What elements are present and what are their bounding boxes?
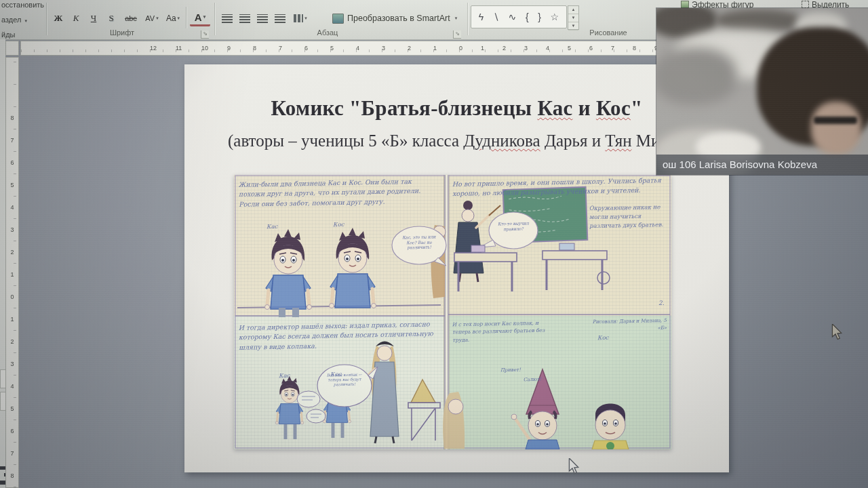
right-brace-shape-icon[interactable]: } bbox=[538, 12, 541, 22]
paragraph-group-label: Абзац bbox=[304, 28, 351, 37]
comic-greeting-1: Привет! bbox=[496, 367, 526, 374]
strikethrough-button[interactable]: abc bbox=[121, 9, 141, 27]
underline-button[interactable]: Ч bbox=[85, 9, 102, 27]
smartart-icon bbox=[332, 14, 344, 24]
shape-effects-label: Эффекты фигур bbox=[692, 0, 753, 8]
align-center-button[interactable] bbox=[237, 9, 252, 27]
webcam-background-blob bbox=[716, 9, 801, 33]
ruler-number: 3 bbox=[382, 45, 385, 52]
comic-greeting-2: Салют! bbox=[519, 377, 546, 384]
shapes-gallery[interactable]: ϟ ∖ ∿ { } ☆ bbox=[471, 5, 567, 28]
font-color-glyph: A bbox=[195, 12, 202, 23]
subtitle-text: (авторы – ученицы 5 «Б» класса bbox=[228, 131, 463, 150]
ruler-number: 2 bbox=[10, 249, 14, 256]
shapes-gallery-scroll[interactable]: ▲▼▼ bbox=[568, 5, 579, 30]
left-brace-shape-icon[interactable]: { bbox=[526, 12, 529, 22]
align-center-icon bbox=[239, 14, 250, 23]
comic-page-number: 2. bbox=[658, 299, 665, 308]
convert-to-smartart-button[interactable]: Преобразовать в SmartArt ▾ bbox=[332, 9, 465, 27]
webcam-name-label: ош 106 Larisa Borisovna Kobzeva bbox=[656, 155, 868, 175]
select-label: Выделить bbox=[812, 0, 849, 8]
font-dialog-launcher[interactable]: ⇘ bbox=[201, 30, 209, 39]
screen-photo: осстановить аздел ▾ йды Ж К Ч S abc AV▾ … bbox=[0, 0, 868, 488]
title-text: Комикс "Братья-близнецы bbox=[271, 96, 538, 120]
line-shape-icon[interactable]: ∖ bbox=[493, 12, 499, 22]
scroll-up-icon[interactable]: ▲ bbox=[568, 6, 578, 14]
comic-caption-top-left: Жили-были два близнеца Кас и Кос. Они бы… bbox=[239, 176, 439, 209]
subtitle-text: Дарья и bbox=[540, 131, 606, 150]
chevron-down-icon: ▾ bbox=[178, 16, 180, 21]
ruler-number: 3 bbox=[524, 45, 528, 52]
comic-label-kas-2: Кас bbox=[279, 371, 290, 380]
remote-mouse-cursor bbox=[568, 458, 580, 474]
slides-group-label: йды bbox=[1, 30, 15, 39]
chevron-down-icon: ▾ bbox=[203, 14, 206, 20]
ruler-number: 4 bbox=[546, 45, 549, 52]
comic-image[interactable]: Жили-были два близнеца Кас и Кос. Они бы… bbox=[234, 175, 671, 449]
align-left-button[interactable] bbox=[220, 9, 235, 27]
select-icon bbox=[802, 1, 809, 8]
paragraph-dialog-launcher[interactable]: ⇘ bbox=[453, 30, 461, 39]
scribble-shape-icon[interactable]: ϟ bbox=[479, 12, 484, 22]
ruler-number: 2 bbox=[10, 338, 14, 345]
star-shape-icon[interactable]: ☆ bbox=[551, 12, 559, 22]
ruler-number: 0 bbox=[459, 45, 462, 52]
text-shadow-button[interactable]: S bbox=[103, 9, 119, 27]
restore-button[interactable]: осстановить bbox=[1, 1, 44, 9]
shape-effects-icon bbox=[681, 1, 689, 8]
group-divider bbox=[46, 3, 47, 35]
title-misspelled-word: Кас bbox=[537, 96, 572, 120]
webcam-background-blob bbox=[656, 47, 737, 105]
slide-subtitle[interactable]: (авторы – ученицы 5 «Б» класса Дудникова… bbox=[228, 131, 730, 150]
bold-button[interactable]: Ж bbox=[50, 9, 66, 27]
chevron-down-icon: ▾ bbox=[455, 16, 458, 21]
italic-button[interactable]: К bbox=[68, 9, 84, 27]
comic-bubble-director: Вот вам колпак — теперь вас будут различ… bbox=[322, 372, 367, 387]
character-spacing-button[interactable]: AV▾ bbox=[142, 9, 161, 27]
shape-effects-button[interactable]: Эффекты фигур bbox=[681, 0, 783, 8]
group-divider bbox=[467, 3, 468, 35]
justify-icon bbox=[275, 14, 285, 23]
webcam-person-face bbox=[811, 102, 861, 155]
ruler-corner bbox=[5, 41, 19, 56]
thumbnails-panel-edge bbox=[0, 39, 5, 488]
columns-button[interactable]: ▾ bbox=[292, 9, 309, 27]
ruler-number: 12 bbox=[150, 45, 157, 52]
scroll-down-icon[interactable]: ▼ bbox=[568, 14, 578, 22]
ruler-number: 2 bbox=[408, 45, 411, 52]
group-divider bbox=[214, 3, 215, 35]
justify-button[interactable] bbox=[273, 9, 288, 27]
ruler-number: 8 bbox=[10, 115, 14, 121]
ruler-number: 6 bbox=[304, 45, 308, 52]
mouse-cursor bbox=[831, 324, 844, 340]
align-left-icon bbox=[222, 14, 233, 23]
slide-title[interactable]: Комикс "Братья-близнецы Кас и Кос" bbox=[198, 96, 715, 121]
subtitle-misspelled-word: Тян bbox=[605, 131, 631, 150]
gallery-more-icon[interactable]: ▼ bbox=[568, 22, 578, 30]
webcam-tile[interactable]: ош 106 Larisa Borisovna Kobzeva bbox=[656, 8, 868, 175]
drawing-group-label: Рисование bbox=[585, 28, 632, 37]
ruler-number: 1 bbox=[10, 316, 14, 323]
smartart-label: Преобразовать в SmartArt bbox=[347, 14, 450, 23]
curve-shape-icon[interactable]: ∿ bbox=[508, 12, 516, 22]
comic-caption-top-right: Но вот пришло время, и они пошли в школу… bbox=[452, 176, 668, 199]
font-color-button[interactable]: A▾ bbox=[190, 9, 210, 26]
ruler-number: 3 bbox=[10, 226, 14, 233]
ruler-number: 2 bbox=[502, 45, 506, 52]
ruler-number: 7 bbox=[10, 450, 14, 457]
change-case-button[interactable]: Aa▾ bbox=[163, 9, 183, 27]
ruler-number: 5 bbox=[330, 45, 334, 52]
chevron-down-icon: ▾ bbox=[304, 16, 307, 21]
section-label: аздел bbox=[1, 16, 21, 24]
vertical-ruler: 87654321012345678 bbox=[5, 57, 19, 488]
select-button[interactable]: Выделить bbox=[802, 0, 867, 8]
ruler-number: 6 bbox=[10, 428, 14, 434]
change-case-glyph: Aa bbox=[166, 14, 176, 23]
ruler-number: 5 bbox=[10, 405, 14, 412]
align-right-button[interactable] bbox=[255, 9, 270, 27]
button-divider bbox=[186, 7, 186, 28]
ruler-number: 1 bbox=[481, 45, 484, 52]
webcam-glasses bbox=[814, 117, 857, 124]
section-button[interactable]: аздел ▾ bbox=[1, 16, 27, 24]
subtitle-misspelled-word: Дудникова bbox=[463, 131, 540, 150]
